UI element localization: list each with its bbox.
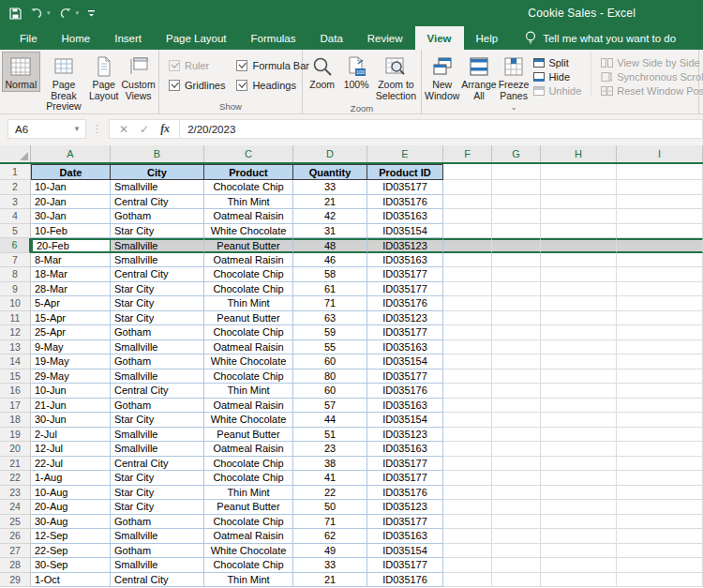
row-header-28[interactable]: 28 bbox=[0, 558, 31, 573]
cell-D23[interactable]: 22 bbox=[293, 486, 367, 501]
cell-E4[interactable]: ID035163 bbox=[367, 209, 443, 224]
cell-B1[interactable]: City bbox=[111, 164, 204, 180]
cell-D21[interactable]: 38 bbox=[293, 457, 367, 472]
cell-H25[interactable] bbox=[541, 515, 617, 530]
cell-F19[interactable] bbox=[443, 428, 492, 443]
cell-D8[interactable]: 58 bbox=[293, 267, 367, 282]
cell-A11[interactable]: 15-Apr bbox=[31, 311, 111, 326]
cell-C21[interactable]: Chocolate Chip bbox=[204, 457, 293, 472]
cell-E10[interactable]: ID035176 bbox=[367, 296, 443, 311]
cell-G12[interactable] bbox=[492, 325, 541, 340]
row-header-12[interactable]: 12 bbox=[0, 325, 31, 340]
cell-B8[interactable]: Central City bbox=[111, 267, 204, 282]
page-break-preview-button[interactable]: Page Break Preview bbox=[40, 52, 87, 113]
col-header-I[interactable]: I bbox=[617, 145, 703, 162]
cell-B21[interactable]: Central City bbox=[111, 457, 204, 472]
cell-G11[interactable] bbox=[492, 311, 541, 326]
row-header-10[interactable]: 10 bbox=[0, 296, 31, 311]
cell-C27[interactable]: White Chocolate bbox=[204, 544, 293, 559]
col-header-F[interactable]: F bbox=[443, 145, 492, 162]
row-header-14[interactable]: 14 bbox=[0, 354, 31, 369]
cell-G21[interactable] bbox=[492, 457, 541, 472]
tab-page-layout[interactable]: Page Layout bbox=[154, 26, 239, 50]
cell-C15[interactable]: Chocolate Chip bbox=[204, 369, 293, 384]
cell-D6[interactable]: 48 bbox=[293, 238, 367, 253]
cell-E24[interactable]: ID035123 bbox=[367, 500, 443, 515]
cell-B28[interactable]: Smallville bbox=[111, 558, 204, 573]
cell-H5[interactable] bbox=[541, 224, 617, 239]
cell-H10[interactable] bbox=[541, 296, 617, 311]
zoom-button[interactable]: Zoom bbox=[305, 52, 339, 92]
row-header-29[interactable]: 29 bbox=[0, 573, 31, 588]
cell-B18[interactable]: Star City bbox=[111, 413, 204, 428]
cell-A26[interactable]: 12-Sep bbox=[31, 529, 111, 544]
cell-C6[interactable]: Peanut Butter bbox=[204, 238, 293, 253]
cell-E27[interactable]: ID035154 bbox=[367, 544, 443, 559]
cell-D7[interactable]: 46 bbox=[293, 253, 367, 268]
cell-I24[interactable] bbox=[617, 500, 703, 515]
cell-B26[interactable]: Smallville bbox=[111, 529, 204, 544]
cell-G29[interactable] bbox=[492, 573, 541, 588]
cell-B29[interactable]: Central City bbox=[111, 573, 204, 588]
cell-I10[interactable] bbox=[617, 296, 703, 311]
formula-bar-checkbox-icon[interactable] bbox=[236, 60, 247, 71]
cell-H2[interactable] bbox=[541, 180, 617, 195]
col-header-D[interactable]: D bbox=[293, 145, 367, 162]
row-header-9[interactable]: 9 bbox=[0, 282, 31, 297]
cell-I27[interactable] bbox=[617, 544, 703, 559]
arrange-all-button[interactable]: Arrange All bbox=[460, 52, 497, 102]
cell-D17[interactable]: 57 bbox=[293, 399, 367, 414]
cell-A23[interactable]: 10-Aug bbox=[31, 486, 111, 501]
cell-E3[interactable]: ID035176 bbox=[367, 195, 443, 210]
new-window-button[interactable]: New Window bbox=[424, 52, 460, 102]
cell-C23[interactable]: Thin Mint bbox=[204, 486, 293, 501]
cell-D1[interactable]: Quantity bbox=[293, 164, 367, 180]
cell-C24[interactable]: Peanut Butter bbox=[204, 500, 293, 515]
cell-I3[interactable] bbox=[617, 195, 703, 210]
split-button[interactable]: Split bbox=[533, 57, 581, 68]
cell-F6[interactable] bbox=[443, 238, 492, 253]
cell-I28[interactable] bbox=[617, 558, 703, 573]
cell-C2[interactable]: Chocolate Chip bbox=[204, 180, 293, 195]
cell-B14[interactable]: Gotham bbox=[111, 354, 204, 369]
cell-D16[interactable]: 60 bbox=[293, 384, 367, 399]
cell-D19[interactable]: 51 bbox=[293, 428, 367, 443]
tab-data[interactable]: Data bbox=[308, 26, 355, 50]
cell-C8[interactable]: Chocolate Chip bbox=[204, 267, 293, 282]
cell-I5[interactable] bbox=[617, 224, 703, 239]
cell-H19[interactable] bbox=[541, 428, 617, 443]
cell-C17[interactable]: Oatmeal Raisin bbox=[204, 399, 293, 414]
row-header-20[interactable]: 20 bbox=[0, 442, 31, 457]
cell-G6[interactable] bbox=[492, 238, 541, 253]
cell-I16[interactable] bbox=[617, 384, 703, 399]
cell-G16[interactable] bbox=[492, 384, 541, 399]
headings-checkbox-icon[interactable] bbox=[236, 80, 247, 91]
cell-I8[interactable] bbox=[617, 267, 703, 282]
cell-C26[interactable]: Oatmeal Raisin bbox=[204, 529, 293, 544]
cell-D9[interactable]: 61 bbox=[293, 282, 367, 297]
cell-D11[interactable]: 63 bbox=[293, 311, 367, 326]
cell-G5[interactable] bbox=[492, 224, 541, 239]
cell-I11[interactable] bbox=[617, 311, 703, 326]
cell-C22[interactable]: Chocolate Chip bbox=[204, 471, 293, 486]
cell-E14[interactable]: ID035154 bbox=[367, 354, 443, 369]
cell-H29[interactable] bbox=[541, 573, 617, 588]
cell-E6[interactable]: ID035123 bbox=[367, 238, 443, 253]
cell-A18[interactable]: 30-Jun bbox=[31, 413, 111, 428]
row-header-16[interactable]: 16 bbox=[0, 384, 31, 399]
cell-B23[interactable]: Star City bbox=[111, 486, 204, 501]
cell-E25[interactable]: ID035177 bbox=[367, 515, 443, 530]
tell-me-box[interactable]: Tell me what you want to do bbox=[510, 26, 676, 50]
cell-B17[interactable]: Gotham bbox=[111, 399, 204, 414]
cell-B13[interactable]: Smallville bbox=[111, 340, 204, 355]
cell-G15[interactable] bbox=[492, 369, 541, 384]
cell-A2[interactable]: 10-Jan bbox=[31, 180, 111, 195]
cell-A24[interactable]: 20-Aug bbox=[31, 500, 111, 515]
cell-G8[interactable] bbox=[492, 267, 541, 282]
cell-F15[interactable] bbox=[443, 369, 492, 384]
cell-C4[interactable]: Oatmeal Raisin bbox=[204, 209, 293, 224]
cell-E1[interactable]: Product ID bbox=[367, 164, 443, 180]
cell-I23[interactable] bbox=[617, 486, 703, 501]
cell-G2[interactable] bbox=[492, 180, 541, 195]
cell-A27[interactable]: 22-Sep bbox=[31, 544, 111, 559]
